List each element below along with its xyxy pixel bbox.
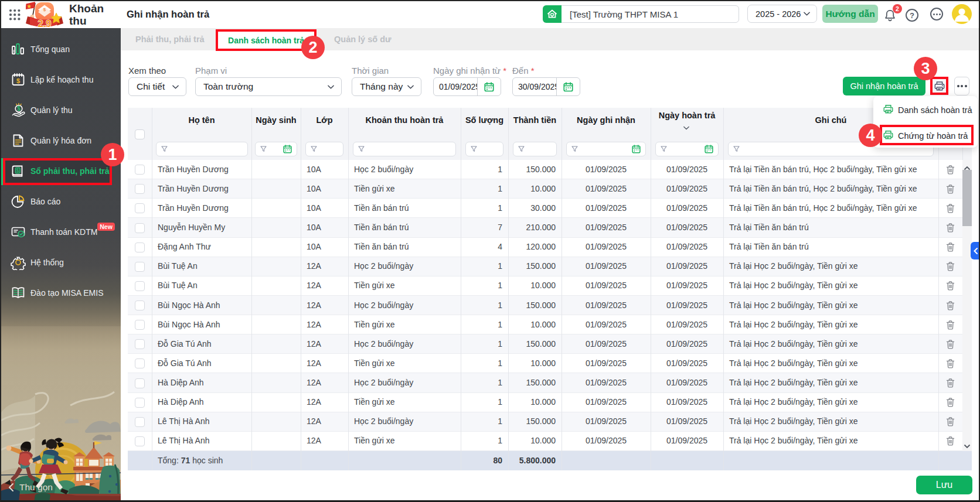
svg-text:$: $	[17, 105, 21, 112]
svg-text:$: $	[43, 7, 46, 12]
svg-text:$: $	[16, 168, 19, 173]
svg-text:$: $	[16, 77, 20, 84]
svg-text:2.9: 2.9	[38, 18, 52, 28]
